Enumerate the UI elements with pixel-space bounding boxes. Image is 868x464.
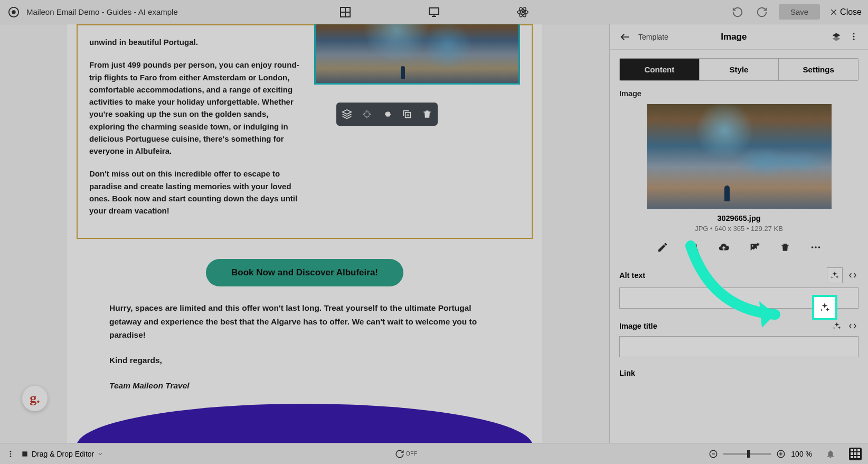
back-arrow-icon[interactable] [619, 31, 631, 43]
svg-point-30 [751, 245, 753, 247]
image-filename: 3029665.jpg [619, 214, 858, 222]
add-image-icon[interactable] [748, 241, 761, 254]
svg-rect-5 [429, 8, 439, 14]
svg-rect-39 [22, 451, 27, 456]
panel-tabs: Content Style Settings [619, 58, 858, 81]
content-block[interactable]: unwind in beautiful Portugal. From just … [77, 24, 533, 239]
footer-divider [77, 404, 533, 443]
svg-marker-25 [833, 36, 841, 41]
crop-image-icon[interactable] [687, 241, 700, 254]
settings-gear-icon[interactable] [381, 108, 393, 120]
apps-grid-icon[interactable] [849, 448, 862, 460]
sync-icon[interactable]: OFF [395, 449, 418, 459]
svg-point-36 [10, 451, 12, 452]
svg-point-33 [811, 246, 813, 248]
svg-point-26 [853, 33, 855, 34]
remove-image-icon[interactable] [779, 241, 791, 254]
cave-beach-image [316, 24, 518, 83]
layers-panel-icon[interactable] [831, 32, 842, 42]
image-section-label: Image [619, 89, 858, 98]
more-actions-icon[interactable] [809, 241, 822, 254]
ai-generate-alt-icon[interactable] [827, 267, 843, 283]
more-menu-icon[interactable] [849, 32, 858, 42]
document-title: Maileon Email Demo - Guides - AI example [26, 7, 178, 16]
svg-marker-14 [343, 110, 352, 114]
signature-text: Team Maileon Travel [109, 379, 500, 393]
alt-text-label: Alt text [619, 271, 645, 280]
layers-icon[interactable] [341, 108, 353, 120]
zoom-in-icon[interactable] [776, 449, 786, 459]
zoom-level: 100 % [791, 450, 812, 458]
tab-content[interactable]: Content [620, 59, 700, 80]
element-toolbar [336, 103, 438, 126]
redo-icon[interactable] [754, 5, 769, 20]
code-snippet-icon[interactable] [847, 270, 858, 281]
svg-point-27 [853, 35, 855, 37]
zoom-out-icon[interactable] [709, 449, 718, 459]
select-icon[interactable] [361, 108, 373, 120]
svg-point-1 [12, 10, 15, 14]
bottom-more-icon[interactable] [6, 450, 15, 458]
tab-settings[interactable]: Settings [779, 59, 858, 80]
link-label: Link [619, 369, 635, 377]
image-preview[interactable] [647, 104, 832, 209]
delete-icon[interactable] [421, 108, 433, 120]
paragraph-intro-tail: unwind in beautiful Portugal. [89, 36, 305, 48]
upload-image-icon[interactable] [718, 241, 730, 254]
editor-mode-selector[interactable]: Drag & Drop Editor [21, 450, 103, 458]
svg-point-34 [815, 246, 817, 248]
save-button[interactable]: Save [779, 4, 820, 20]
svg-point-11 [522, 11, 524, 13]
image-title-input[interactable] [619, 336, 858, 357]
zoom-slider[interactable] [723, 453, 771, 455]
image-filemeta: JPG • 640 x 365 • 129.27 KB [619, 225, 858, 233]
outro-paragraph: Hurry, spaces are limited and this offer… [109, 301, 500, 342]
svg-rect-15 [365, 112, 369, 116]
svg-point-35 [818, 246, 820, 248]
undo-icon[interactable] [730, 5, 745, 20]
desktop-preview-icon[interactable] [427, 5, 441, 20]
svg-point-28 [853, 38, 855, 40]
help-badge[interactable]: g. [22, 386, 48, 411]
notifications-icon[interactable] [826, 449, 835, 459]
selected-image[interactable] [314, 24, 520, 85]
panel-heading: Image [644, 32, 824, 42]
code-snippet-title-icon[interactable] [847, 320, 858, 332]
cta-button[interactable]: Book Now and Discover Albufeira! [206, 259, 403, 286]
svg-point-38 [10, 456, 12, 457]
app-logo-icon [6, 5, 21, 20]
edit-image-icon[interactable] [656, 241, 669, 254]
svg-point-37 [10, 453, 12, 454]
paragraph-offer: From just 499 pounds per person, you can… [89, 59, 305, 157]
close-label: Close [840, 7, 862, 17]
regards-text: Kind regards, [109, 354, 500, 367]
image-title-label: Image title [619, 322, 657, 330]
close-button[interactable]: Close [829, 7, 862, 17]
duplicate-icon[interactable] [401, 108, 413, 120]
properties-panel: Template Image Content Style Settings Im… [609, 24, 868, 443]
atom-icon[interactable] [515, 5, 530, 20]
sync-off-label: OFF [406, 451, 418, 457]
tutorial-highlight-ai-button [812, 295, 837, 320]
ai-generate-title-icon[interactable] [831, 320, 843, 332]
layout-view-icon[interactable] [338, 5, 353, 20]
editor-mode-label: Drag & Drop Editor [32, 450, 94, 458]
paragraph-urgency: Don't miss out on this incredible offer … [89, 168, 305, 217]
tab-style[interactable]: Style [700, 59, 779, 80]
